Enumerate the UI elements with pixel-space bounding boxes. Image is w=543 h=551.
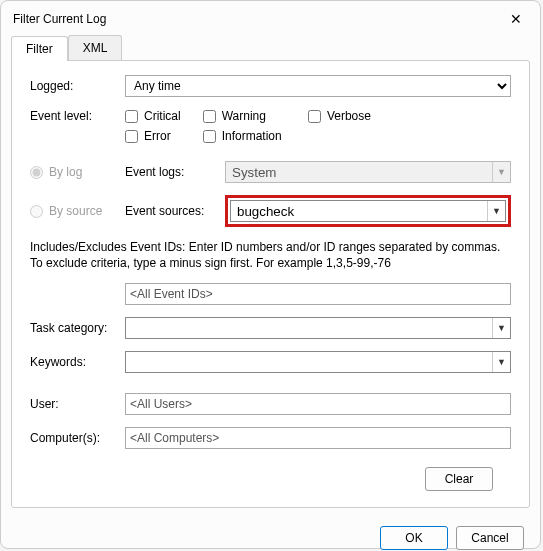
event-logs-input (226, 162, 492, 182)
close-icon: ✕ (510, 11, 522, 27)
event-ids-description: Includes/Excludes Event IDs: Enter ID nu… (30, 239, 511, 271)
checkbox-verbose-label: Verbose (327, 109, 371, 123)
checkbox-error-label: Error (144, 129, 171, 143)
clear-button[interactable]: Clear (425, 467, 493, 491)
radio-by-log-label: By log (49, 165, 82, 179)
chevron-down-icon[interactable]: ▼ (492, 352, 510, 372)
label-event-level: Event level: (30, 109, 125, 123)
checkbox-information[interactable] (203, 130, 216, 143)
tab-strip: Filter XML (1, 35, 540, 60)
radio-by-log[interactable] (30, 166, 43, 179)
keywords-input[interactable] (126, 352, 492, 372)
cancel-button[interactable]: Cancel (456, 526, 524, 550)
event-logs-dropdown[interactable]: ▼ (225, 161, 511, 183)
user-input[interactable] (125, 393, 511, 415)
label-task-category: Task category: (30, 321, 125, 335)
checkbox-critical-label: Critical (144, 109, 181, 123)
checkbox-warning-label: Warning (222, 109, 266, 123)
logged-dropdown[interactable]: Any time (125, 75, 511, 97)
filter-panel: Logged: Any time Event level: Critical W… (11, 60, 530, 508)
label-keywords: Keywords: (30, 355, 125, 369)
radio-by-source-label: By source (49, 204, 102, 218)
label-logged: Logged: (30, 79, 125, 93)
event-sources-dropdown[interactable]: ▼ (230, 200, 506, 222)
radio-by-source[interactable] (30, 205, 43, 218)
task-category-input[interactable] (126, 318, 492, 338)
label-event-logs: Event logs: (125, 165, 225, 179)
computers-input[interactable] (125, 427, 511, 449)
checkbox-error[interactable] (125, 130, 138, 143)
checkbox-warning[interactable] (203, 110, 216, 123)
close-button[interactable]: ✕ (502, 9, 530, 29)
chevron-down-icon[interactable]: ▼ (492, 318, 510, 338)
chevron-down-icon: ▼ (492, 162, 510, 182)
dialog-window: Filter Current Log ✕ Filter XML Logged: … (0, 0, 541, 549)
event-sources-input[interactable] (231, 201, 487, 221)
dialog-footer: OK Cancel (1, 518, 540, 551)
ok-button[interactable]: OK (380, 526, 448, 550)
window-title: Filter Current Log (13, 12, 106, 26)
event-ids-input[interactable] (125, 283, 511, 305)
tab-xml[interactable]: XML (68, 35, 123, 60)
label-computers: Computer(s): (30, 431, 125, 445)
checkbox-critical[interactable] (125, 110, 138, 123)
event-sources-highlight: ▼ (225, 195, 511, 227)
label-event-sources: Event sources: (125, 204, 225, 218)
keywords-dropdown[interactable]: ▼ (125, 351, 511, 373)
checkbox-information-label: Information (222, 129, 282, 143)
label-user: User: (30, 397, 125, 411)
chevron-down-icon[interactable]: ▼ (487, 201, 505, 221)
checkbox-verbose[interactable] (308, 110, 321, 123)
titlebar: Filter Current Log ✕ (1, 1, 540, 35)
tab-filter[interactable]: Filter (11, 36, 68, 61)
task-category-dropdown[interactable]: ▼ (125, 317, 511, 339)
